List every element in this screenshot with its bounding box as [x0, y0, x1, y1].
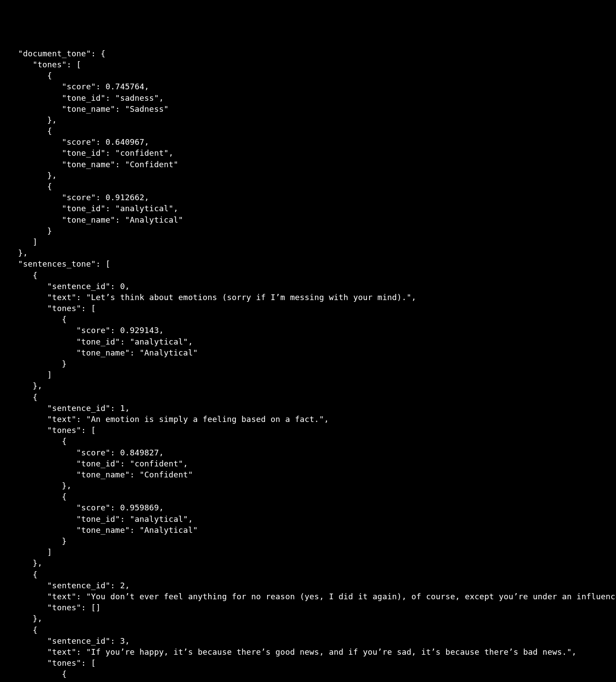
json-output: "document_tone": { "tones": [ { "score":…: [4, 48, 616, 682]
